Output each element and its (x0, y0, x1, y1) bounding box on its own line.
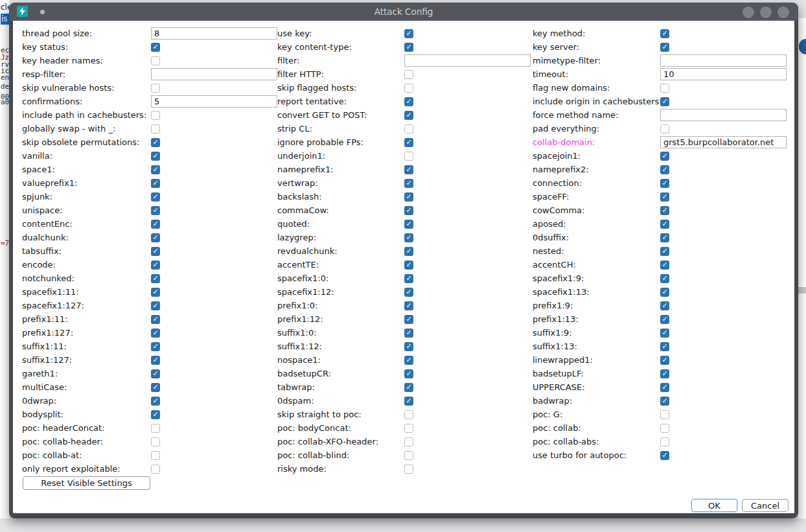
checkbox-checked[interactable]: ✓ (151, 192, 160, 202)
checkbox-checked[interactable]: ✓ (404, 206, 413, 215)
checkbox-checked[interactable]: ✓ (151, 43, 160, 52)
checkbox-checked[interactable]: ✓ (660, 206, 669, 215)
checkbox-checked[interactable]: ✓ (660, 179, 669, 188)
text-field[interactable] (151, 95, 277, 108)
checkbox-checked[interactable]: ✓ (660, 274, 669, 283)
reset-visible-settings-button[interactable]: Reset Visible Settings (23, 476, 150, 490)
checkbox-unchecked[interactable] (404, 152, 413, 161)
checkbox-unchecked[interactable] (404, 424, 413, 433)
checkbox-unchecked[interactable] (151, 124, 160, 133)
checkbox-checked[interactable]: ✓ (151, 342, 160, 351)
checkbox-unchecked[interactable] (660, 424, 669, 433)
checkbox-unchecked[interactable] (151, 424, 160, 433)
checkbox-checked[interactable]: ✓ (660, 192, 669, 202)
checkbox-checked[interactable]: ✓ (660, 165, 669, 174)
checkbox-checked[interactable]: ✓ (404, 165, 413, 174)
checkbox-checked[interactable]: ✓ (151, 369, 160, 378)
text-field[interactable] (151, 68, 277, 80)
checkbox-unchecked[interactable] (404, 124, 413, 133)
checkbox-checked[interactable]: ✓ (660, 329, 669, 338)
checkbox-unchecked[interactable] (151, 465, 160, 474)
checkbox-checked[interactable]: ✓ (404, 247, 413, 256)
checkbox-checked[interactable]: ✓ (404, 179, 413, 188)
text-field[interactable] (660, 54, 787, 67)
checkbox-unchecked[interactable] (404, 70, 413, 79)
checkbox-checked[interactable]: ✓ (151, 138, 160, 147)
ok-button[interactable]: OK (691, 499, 737, 512)
checkbox-checked[interactable]: ✓ (660, 315, 669, 324)
checkbox-unchecked[interactable] (404, 465, 413, 474)
checkbox-checked[interactable]: ✓ (151, 247, 160, 256)
checkbox-unchecked[interactable] (404, 451, 413, 460)
checkbox-unchecked[interactable] (151, 111, 160, 120)
checkbox-checked[interactable]: ✓ (404, 138, 413, 147)
checkbox-checked[interactable]: ✓ (404, 97, 413, 106)
window-button-minimize[interactable] (743, 6, 754, 18)
checkbox-checked[interactable]: ✓ (404, 220, 413, 229)
checkbox-checked[interactable]: ✓ (404, 301, 413, 310)
checkbox-checked[interactable]: ✓ (404, 397, 413, 406)
checkbox-checked[interactable]: ✓ (660, 383, 669, 392)
checkbox-unchecked[interactable] (660, 84, 669, 93)
checkbox-checked[interactable]: ✓ (660, 152, 669, 161)
checkbox-checked[interactable]: ✓ (151, 301, 160, 310)
checkbox-checked[interactable]: ✓ (151, 383, 160, 392)
text-field[interactable] (151, 27, 277, 40)
checkbox-checked[interactable]: ✓ (151, 274, 160, 283)
checkbox-checked[interactable]: ✓ (151, 397, 160, 406)
checkbox-checked[interactable]: ✓ (404, 260, 413, 270)
checkbox-checked[interactable]: ✓ (151, 165, 160, 174)
checkbox-checked[interactable]: ✓ (404, 315, 413, 324)
checkbox-unchecked[interactable] (151, 84, 160, 93)
checkbox-checked[interactable]: ✓ (660, 369, 669, 378)
checkbox-checked[interactable]: ✓ (660, 342, 669, 351)
checkbox-checked[interactable]: ✓ (151, 152, 160, 161)
checkbox-checked[interactable]: ✓ (660, 43, 669, 52)
checkbox-unchecked[interactable] (404, 437, 413, 446)
checkbox-checked[interactable]: ✓ (660, 301, 669, 310)
text-field[interactable] (660, 109, 787, 121)
checkbox-unchecked[interactable] (404, 410, 413, 419)
window-button-close[interactable] (777, 6, 789, 18)
checkbox-checked[interactable]: ✓ (151, 233, 160, 242)
titlebar[interactable]: Attack Config (9, 3, 798, 21)
checkbox-checked[interactable]: ✓ (404, 233, 413, 242)
checkbox-checked[interactable]: ✓ (404, 369, 413, 378)
checkbox-checked[interactable]: ✓ (404, 356, 413, 365)
checkbox-checked[interactable]: ✓ (660, 451, 669, 460)
checkbox-checked[interactable]: ✓ (660, 397, 669, 406)
checkbox-checked[interactable]: ✓ (404, 43, 413, 52)
checkbox-checked[interactable]: ✓ (660, 260, 669, 270)
checkbox-checked[interactable]: ✓ (151, 260, 160, 270)
checkbox-checked[interactable]: ✓ (404, 274, 413, 283)
text-field[interactable] (660, 68, 787, 80)
text-field[interactable] (660, 136, 787, 148)
checkbox-unchecked[interactable] (151, 56, 160, 65)
checkbox-checked[interactable]: ✓ (151, 329, 160, 338)
cancel-button[interactable]: Cancel (742, 499, 789, 512)
checkbox-unchecked[interactable] (151, 437, 160, 446)
checkbox-checked[interactable]: ✓ (660, 288, 669, 297)
checkbox-checked[interactable]: ✓ (404, 192, 413, 202)
checkbox-checked[interactable]: ✓ (404, 383, 413, 392)
checkbox-checked[interactable]: ✓ (404, 29, 413, 38)
checkbox-checked[interactable]: ✓ (151, 220, 160, 229)
checkbox-checked[interactable]: ✓ (404, 288, 413, 297)
text-field[interactable] (404, 54, 531, 67)
window-button-maximize[interactable] (760, 6, 772, 18)
checkbox-checked[interactable]: ✓ (151, 179, 160, 188)
checkbox-checked[interactable]: ✓ (660, 247, 669, 256)
checkbox-checked[interactable]: ✓ (151, 410, 160, 419)
checkbox-checked[interactable]: ✓ (151, 206, 160, 215)
checkbox-checked[interactable]: ✓ (404, 342, 413, 351)
checkbox-checked[interactable]: ✓ (151, 356, 160, 365)
checkbox-checked[interactable]: ✓ (151, 288, 160, 297)
checkbox-unchecked[interactable] (660, 437, 669, 446)
checkbox-unchecked[interactable] (660, 124, 669, 133)
checkbox-checked[interactable]: ✓ (660, 220, 669, 229)
checkbox-checked[interactable]: ✓ (660, 233, 669, 242)
checkbox-checked[interactable]: ✓ (151, 315, 160, 324)
checkbox-unchecked[interactable] (151, 451, 160, 460)
checkbox-checked[interactable]: ✓ (404, 329, 413, 338)
checkbox-checked[interactable]: ✓ (660, 356, 669, 365)
